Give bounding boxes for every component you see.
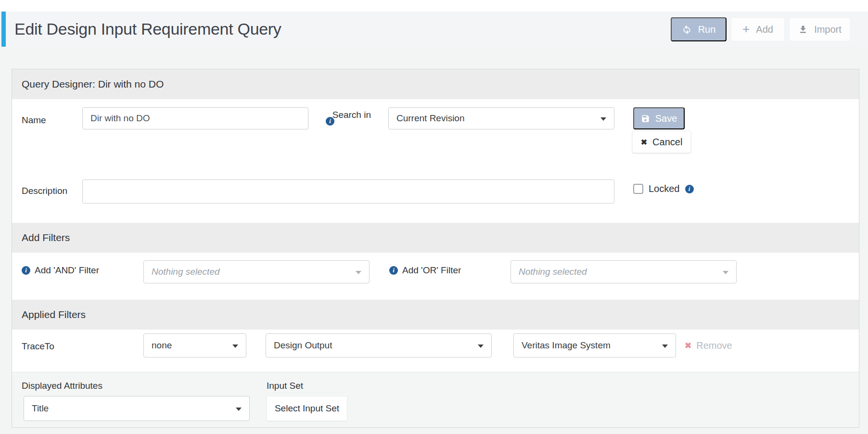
add-and-filter-label: Add 'AND' Filter — [35, 265, 99, 276]
description-label: Description — [22, 186, 67, 196]
add-button[interactable]: + Add — [731, 17, 785, 41]
search-in-select-value: Current Revision — [396, 113, 465, 124]
floppy-disk-icon — [641, 114, 650, 123]
download-icon — [798, 25, 808, 34]
card-footer: Displayed Attributes Title Input Set Sel… — [12, 372, 859, 427]
query-designer-section-header: Query Designer: Dir with no DO — [12, 69, 859, 99]
locked-label: Locked — [649, 183, 680, 194]
remove-filter-label: Remove — [696, 340, 732, 351]
import-button[interactable]: Import — [789, 17, 851, 41]
toolbar: Run + Add Import — [671, 17, 851, 41]
remove-filter-button[interactable]: ✖ Remove — [685, 333, 732, 357]
refresh-icon — [682, 25, 692, 35]
accent-bar — [1, 12, 6, 47]
chevron-down-icon — [478, 345, 484, 348]
traceto-option-select[interactable]: none — [143, 333, 246, 357]
description-input[interactable] — [82, 179, 614, 204]
page-background: Query Designer: Dir with no DO Name i Se… — [0, 47, 868, 434]
add-and-filter-placeholder: Nothing selected — [152, 267, 220, 277]
add-or-filter-select[interactable]: Nothing selected — [511, 260, 737, 283]
page: Edit Design Input Requirement Query Run … — [0, 0, 868, 434]
info-icon[interactable]: i — [685, 185, 694, 193]
traceto-target-type-value: Design Output — [274, 340, 332, 351]
applied-filters-section-header: Applied Filters — [12, 300, 859, 330]
add-or-filter-placeholder: Nothing selected — [519, 267, 587, 277]
traceto-project-value: Veritas Image System — [522, 340, 611, 351]
run-button[interactable]: Run — [671, 17, 727, 41]
add-and-filter-label-group: i Add 'AND' Filter — [22, 265, 99, 276]
run-button-label: Run — [698, 24, 716, 35]
add-filters-section-header: Add Filters — [12, 223, 859, 253]
import-button-label: Import — [814, 24, 842, 35]
close-icon: ✖ — [685, 341, 691, 351]
info-icon[interactable]: i — [389, 266, 398, 275]
chevron-down-icon — [600, 117, 606, 121]
cancel-button-label: Cancel — [652, 137, 682, 148]
info-icon[interactable]: i — [22, 266, 30, 275]
add-or-filter-label: Add 'OR' Filter — [402, 265, 461, 276]
add-button-label: Add — [756, 24, 773, 35]
save-button-label: Save — [655, 113, 677, 124]
cancel-button[interactable]: ✖ Cancel — [632, 131, 691, 153]
locked-checkbox[interactable] — [633, 184, 643, 194]
add-and-filter-select[interactable]: Nothing selected — [143, 260, 370, 283]
page-title: Edit Design Input Requirement Query — [14, 12, 281, 47]
displayed-attributes-label: Displayed Attributes — [22, 381, 102, 391]
chevron-down-icon — [356, 271, 361, 274]
chevron-down-icon — [236, 408, 242, 411]
query-designer-card: Query Designer: Dir with no DO Name i Se… — [12, 69, 859, 428]
name-input[interactable] — [82, 107, 308, 129]
traceto-target-type-select[interactable]: Design Output — [266, 333, 492, 357]
add-filters-section-title: Add Filters — [22, 223, 859, 253]
search-in-select[interactable]: Current Revision — [388, 107, 614, 129]
plus-icon: + — [742, 23, 750, 35]
select-input-set-label: Select Input Set — [275, 403, 339, 414]
page-header: Edit Design Input Requirement Query Run … — [0, 12, 868, 47]
displayed-attributes-select[interactable]: Title — [24, 396, 250, 421]
query-designer-section-title: Query Designer: Dir with no DO — [22, 69, 859, 99]
name-label: Name — [22, 115, 46, 126]
chevron-down-icon — [723, 271, 728, 274]
locked-group: Locked i — [633, 183, 694, 194]
add-or-filter-label-group: i Add 'OR' Filter — [389, 265, 461, 276]
search-in-label: Search in — [330, 108, 371, 121]
select-input-set-button[interactable]: Select Input Set — [267, 396, 347, 421]
chevron-down-icon — [662, 345, 668, 348]
traceto-filter-label: TraceTo — [22, 341, 54, 352]
close-icon: ✖ — [641, 138, 647, 147]
save-button[interactable]: Save — [633, 107, 685, 129]
displayed-attributes-value: Title — [32, 403, 49, 414]
chevron-down-icon — [232, 345, 238, 348]
input-set-label: Input Set — [267, 381, 303, 391]
traceto-option-value: none — [152, 340, 172, 351]
applied-filters-section-title: Applied Filters — [22, 300, 859, 330]
traceto-project-select[interactable]: Veritas Image System — [513, 333, 676, 357]
